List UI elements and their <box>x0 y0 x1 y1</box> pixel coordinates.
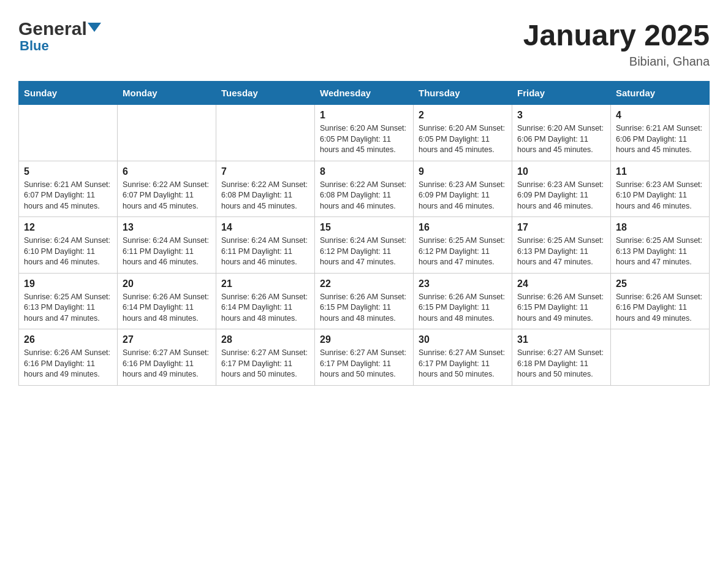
day-info: Sunrise: 6:20 AM Sunset: 6:05 PM Dayligh… <box>419 123 507 156</box>
calendar-week-row: 5Sunrise: 6:21 AM Sunset: 6:07 PM Daylig… <box>19 161 710 217</box>
day-info: Sunrise: 6:24 AM Sunset: 6:12 PM Dayligh… <box>320 236 408 268</box>
day-info: Sunrise: 6:27 AM Sunset: 6:18 PM Dayligh… <box>517 348 605 380</box>
day-number: 20 <box>123 278 211 289</box>
day-number: 25 <box>616 278 704 289</box>
day-number: 2 <box>419 110 507 121</box>
calendar-cell: 27Sunrise: 6:27 AM Sunset: 6:16 PM Dayli… <box>118 329 216 386</box>
day-info: Sunrise: 6:21 AM Sunset: 6:06 PM Dayligh… <box>616 123 704 156</box>
day-number: 9 <box>419 166 507 177</box>
day-info: Sunrise: 6:20 AM Sunset: 6:05 PM Dayligh… <box>320 123 408 156</box>
day-number: 16 <box>419 222 507 233</box>
calendar-cell: 6Sunrise: 6:22 AM Sunset: 6:07 PM Daylig… <box>118 161 216 217</box>
calendar-cell: 8Sunrise: 6:22 AM Sunset: 6:08 PM Daylig… <box>315 161 414 217</box>
day-info: Sunrise: 6:26 AM Sunset: 6:15 PM Dayligh… <box>517 292 605 324</box>
day-info: Sunrise: 6:26 AM Sunset: 6:14 PM Dayligh… <box>123 292 211 324</box>
calendar-week-row: 1Sunrise: 6:20 AM Sunset: 6:05 PM Daylig… <box>19 105 710 161</box>
calendar-table: SundayMondayTuesdayWednesdayThursdayFrid… <box>18 81 710 386</box>
calendar-cell: 2Sunrise: 6:20 AM Sunset: 6:05 PM Daylig… <box>414 105 512 161</box>
calendar-cell: 7Sunrise: 6:22 AM Sunset: 6:08 PM Daylig… <box>216 161 315 217</box>
calendar-day-header: Monday <box>118 82 216 105</box>
logo-blue-text: Blue <box>18 38 49 54</box>
calendar-cell: 12Sunrise: 6:24 AM Sunset: 6:10 PM Dayli… <box>19 217 118 274</box>
day-info: Sunrise: 6:26 AM Sunset: 6:16 PM Dayligh… <box>24 348 112 380</box>
calendar-cell: 20Sunrise: 6:26 AM Sunset: 6:14 PM Dayli… <box>118 273 216 329</box>
day-number: 14 <box>221 222 309 233</box>
calendar-cell: 18Sunrise: 6:25 AM Sunset: 6:13 PM Dayli… <box>611 217 710 274</box>
calendar-cell: 21Sunrise: 6:26 AM Sunset: 6:14 PM Dayli… <box>216 273 315 329</box>
calendar-cell <box>611 329 710 386</box>
day-number: 6 <box>123 166 211 177</box>
day-number: 31 <box>517 334 605 345</box>
calendar-cell: 29Sunrise: 6:27 AM Sunset: 6:17 PM Dayli… <box>315 329 414 386</box>
day-info: Sunrise: 6:25 AM Sunset: 6:12 PM Dayligh… <box>419 236 507 268</box>
day-info: Sunrise: 6:26 AM Sunset: 6:15 PM Dayligh… <box>419 292 507 324</box>
day-info: Sunrise: 6:24 AM Sunset: 6:10 PM Dayligh… <box>24 236 112 268</box>
day-info: Sunrise: 6:22 AM Sunset: 6:08 PM Dayligh… <box>221 180 309 212</box>
day-number: 3 <box>517 110 605 121</box>
calendar-cell: 11Sunrise: 6:23 AM Sunset: 6:10 PM Dayli… <box>611 161 710 217</box>
day-info: Sunrise: 6:27 AM Sunset: 6:17 PM Dayligh… <box>419 348 507 380</box>
location-text: Bibiani, Ghana <box>523 55 710 69</box>
month-title: January 2025 <box>523 18 710 52</box>
day-info: Sunrise: 6:27 AM Sunset: 6:16 PM Dayligh… <box>123 348 211 380</box>
calendar-day-header: Sunday <box>19 82 118 105</box>
day-number: 22 <box>320 278 408 289</box>
day-info: Sunrise: 6:24 AM Sunset: 6:11 PM Dayligh… <box>221 236 309 268</box>
day-info: Sunrise: 6:23 AM Sunset: 6:10 PM Dayligh… <box>616 180 704 212</box>
calendar-cell <box>216 105 315 161</box>
day-info: Sunrise: 6:23 AM Sunset: 6:09 PM Dayligh… <box>419 180 507 212</box>
day-number: 1 <box>320 110 408 121</box>
calendar-cell: 4Sunrise: 6:21 AM Sunset: 6:06 PM Daylig… <box>611 105 710 161</box>
day-info: Sunrise: 6:25 AM Sunset: 6:13 PM Dayligh… <box>616 236 704 268</box>
calendar-cell: 28Sunrise: 6:27 AM Sunset: 6:17 PM Dayli… <box>216 329 315 386</box>
day-info: Sunrise: 6:22 AM Sunset: 6:07 PM Dayligh… <box>123 180 211 212</box>
calendar-cell: 9Sunrise: 6:23 AM Sunset: 6:09 PM Daylig… <box>414 161 512 217</box>
day-info: Sunrise: 6:20 AM Sunset: 6:06 PM Dayligh… <box>517 123 605 156</box>
calendar-day-header: Wednesday <box>315 82 414 105</box>
day-number: 23 <box>419 278 507 289</box>
day-info: Sunrise: 6:24 AM Sunset: 6:11 PM Dayligh… <box>123 236 211 268</box>
day-number: 21 <box>221 278 309 289</box>
calendar-week-row: 26Sunrise: 6:26 AM Sunset: 6:16 PM Dayli… <box>19 329 710 386</box>
day-info: Sunrise: 6:26 AM Sunset: 6:15 PM Dayligh… <box>320 292 408 324</box>
day-info: Sunrise: 6:25 AM Sunset: 6:13 PM Dayligh… <box>517 236 605 268</box>
day-number: 7 <box>221 166 309 177</box>
day-number: 11 <box>616 166 704 177</box>
title-section: January 2025 Bibiani, Ghana <box>523 18 710 69</box>
day-number: 4 <box>616 110 704 121</box>
day-number: 29 <box>320 334 408 345</box>
day-number: 8 <box>320 166 408 177</box>
day-number: 18 <box>616 222 704 233</box>
calendar-cell: 16Sunrise: 6:25 AM Sunset: 6:12 PM Dayli… <box>414 217 512 274</box>
calendar-cell: 14Sunrise: 6:24 AM Sunset: 6:11 PM Dayli… <box>216 217 315 274</box>
calendar-cell: 5Sunrise: 6:21 AM Sunset: 6:07 PM Daylig… <box>19 161 118 217</box>
calendar-day-header: Tuesday <box>216 82 315 105</box>
calendar-cell <box>118 105 216 161</box>
day-info: Sunrise: 6:25 AM Sunset: 6:13 PM Dayligh… <box>24 292 112 324</box>
day-info: Sunrise: 6:26 AM Sunset: 6:14 PM Dayligh… <box>221 292 309 324</box>
calendar-cell: 15Sunrise: 6:24 AM Sunset: 6:12 PM Dayli… <box>315 217 414 274</box>
calendar-header-row: SundayMondayTuesdayWednesdayThursdayFrid… <box>19 82 710 105</box>
calendar-cell: 13Sunrise: 6:24 AM Sunset: 6:11 PM Dayli… <box>118 217 216 274</box>
day-number: 26 <box>24 334 112 345</box>
calendar-cell: 1Sunrise: 6:20 AM Sunset: 6:05 PM Daylig… <box>315 105 414 161</box>
day-number: 27 <box>123 334 211 345</box>
calendar-week-row: 19Sunrise: 6:25 AM Sunset: 6:13 PM Dayli… <box>19 273 710 329</box>
calendar-day-header: Saturday <box>611 82 710 105</box>
day-number: 15 <box>320 222 408 233</box>
calendar-cell: 30Sunrise: 6:27 AM Sunset: 6:17 PM Dayli… <box>414 329 512 386</box>
calendar-cell: 19Sunrise: 6:25 AM Sunset: 6:13 PM Dayli… <box>19 273 118 329</box>
day-number: 24 <box>517 278 605 289</box>
day-info: Sunrise: 6:22 AM Sunset: 6:08 PM Dayligh… <box>320 180 408 212</box>
calendar-day-header: Thursday <box>414 82 512 105</box>
calendar-cell: 24Sunrise: 6:26 AM Sunset: 6:15 PM Dayli… <box>512 273 611 329</box>
day-info: Sunrise: 6:27 AM Sunset: 6:17 PM Dayligh… <box>320 348 408 380</box>
calendar-cell: 3Sunrise: 6:20 AM Sunset: 6:06 PM Daylig… <box>512 105 611 161</box>
calendar-cell: 25Sunrise: 6:26 AM Sunset: 6:16 PM Dayli… <box>611 273 710 329</box>
day-number: 10 <box>517 166 605 177</box>
logo: General Blue <box>18 18 101 54</box>
calendar-cell: 31Sunrise: 6:27 AM Sunset: 6:18 PM Dayli… <box>512 329 611 386</box>
calendar-cell <box>19 105 118 161</box>
logo-arrow-icon <box>88 23 101 32</box>
calendar-day-header: Friday <box>512 82 611 105</box>
